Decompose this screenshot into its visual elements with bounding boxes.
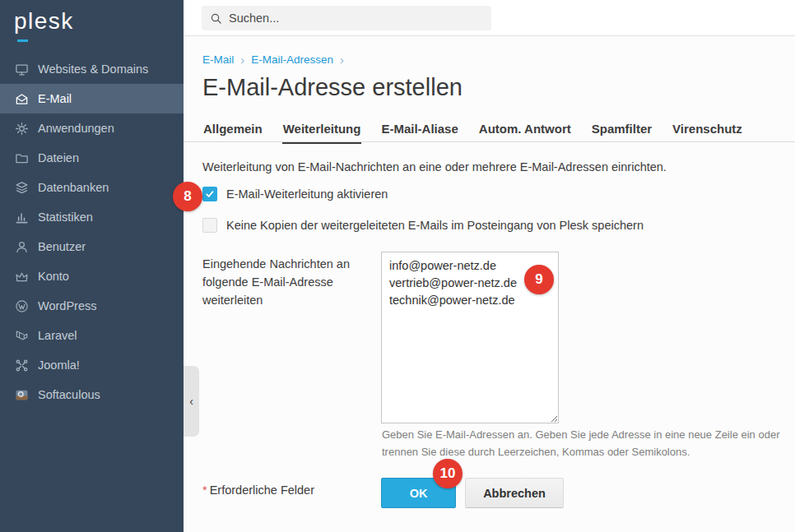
forwarding-description: Weiterleitung von E-Mail-Nachrichten an … bbox=[202, 160, 667, 173]
tab-bar-divider bbox=[184, 141, 795, 142]
crown-icon bbox=[14, 269, 29, 284]
laravel-icon bbox=[14, 328, 29, 343]
sidebar-collapse-handle[interactable]: ‹ bbox=[184, 366, 199, 437]
sidebar-item-dateien[interactable]: Dateien bbox=[0, 143, 184, 173]
breadcrumb: E-Mail › E-Mail-Adressen › bbox=[202, 53, 344, 67]
chevron-separator-icon: › bbox=[340, 53, 344, 67]
enable-forwarding-label[interactable]: E-Mail-Weiterleitung aktivieren bbox=[226, 187, 388, 201]
folder-icon bbox=[14, 150, 29, 165]
plesk-logo: plesk bbox=[14, 8, 74, 35]
sidebar-item-email[interactable]: E-Mail bbox=[0, 84, 184, 113]
search-input[interactable] bbox=[229, 12, 483, 25]
monitor-icon bbox=[14, 62, 29, 76]
recipients-label-line: Eingehende Nachrichten an bbox=[202, 255, 350, 273]
no-copies-checkbox[interactable] bbox=[202, 218, 217, 233]
sidebar-item-label: Statistiken bbox=[38, 210, 93, 224]
annotation-badge-9: 9 bbox=[524, 265, 554, 294]
tab-autom-antwort[interactable]: Autom. Antwort bbox=[478, 122, 572, 144]
recipients-field-label: Eingehende Nachrichten an folgende E-Mai… bbox=[202, 255, 350, 309]
sidebar-item-label: Dateien bbox=[38, 151, 79, 164]
main-area: E-Mail › E-Mail-Adressen › E-Mail-Adress… bbox=[184, 0, 795, 532]
recipients-hint: Geben Sie E-Mail-Adressen an. Geben Sie … bbox=[382, 426, 779, 460]
sidebar-item-label: E-Mail bbox=[38, 92, 72, 105]
tab-allgemein[interactable]: Allgemein bbox=[202, 122, 263, 144]
sidebar-item-label: Anwendungen bbox=[38, 122, 114, 135]
layers-icon bbox=[14, 180, 29, 195]
chevron-separator-icon: › bbox=[240, 53, 244, 67]
sidebar-item-benutzer[interactable]: Benutzer bbox=[0, 232, 184, 261]
wordpress-icon bbox=[14, 298, 29, 313]
envelope-icon bbox=[14, 91, 29, 106]
joomla-icon bbox=[14, 358, 29, 372]
no-copies-checkbox-row: Keine Kopien der weitergeleiteten E-Mail… bbox=[202, 218, 644, 233]
sidebar-item-statistiken[interactable]: Statistiken bbox=[0, 202, 184, 232]
gear-icon bbox=[14, 121, 29, 136]
required-fields-note: *Erforderliche Felder bbox=[202, 483, 314, 497]
sidebar-item-datenbanken[interactable]: Datenbanken bbox=[0, 173, 184, 202]
tab-spamfilter[interactable]: Spamfilter bbox=[591, 122, 653, 144]
breadcrumb-link-email-adressen[interactable]: E-Mail-Adressen bbox=[251, 53, 333, 66]
sidebar-item-label: Joomla! bbox=[38, 359, 80, 372]
enable-forwarding-checkbox[interactable] bbox=[202, 187, 217, 201]
sidebar-item-laravel[interactable]: Laravel bbox=[0, 321, 184, 350]
user-icon bbox=[14, 239, 29, 254]
sidebar-nav: Websites & Domains E-Mail Anwendungen Da… bbox=[0, 54, 184, 409]
search-icon bbox=[210, 12, 222, 25]
no-copies-label[interactable]: Keine Kopien der weitergeleiteten E-Mail… bbox=[226, 219, 644, 232]
recipients-hint-line: trennen Sie diese durch Leerzeichen, Kom… bbox=[382, 443, 779, 460]
sidebar-item-joomla[interactable]: Joomla! bbox=[0, 350, 184, 380]
sidebar-item-anwendungen[interactable]: Anwendungen bbox=[0, 113, 184, 143]
bar-chart-icon bbox=[14, 210, 29, 224]
breadcrumb-link-email[interactable]: E-Mail bbox=[202, 53, 234, 66]
tab-weiterleitung[interactable]: Weiterleitung bbox=[282, 122, 362, 144]
sidebar-item-konto[interactable]: Konto bbox=[0, 261, 184, 291]
cancel-button[interactable]: Abbrechen bbox=[465, 478, 564, 508]
softaculous-icon bbox=[14, 387, 29, 402]
required-note-text: Erforderliche Felder bbox=[210, 483, 314, 497]
recipients-label-line: weiterleiten bbox=[202, 291, 350, 309]
tab-email-aliase[interactable]: E-Mail-Aliase bbox=[380, 122, 458, 144]
sidebar: plesk Websites & Domains E-Mail Anwendun… bbox=[0, 0, 184, 532]
sidebar-item-label: Websites & Domains bbox=[38, 62, 148, 76]
sidebar-item-label: Konto bbox=[38, 270, 69, 283]
search-box[interactable] bbox=[202, 6, 491, 30]
annotation-badge-8: 8 bbox=[173, 182, 202, 211]
recipients-label-line: folgende E-Mail-Adresse bbox=[202, 273, 350, 291]
sidebar-item-label: Benutzer bbox=[38, 240, 86, 253]
sidebar-item-softaculous[interactable]: Softaculous bbox=[0, 380, 184, 409]
plesk-logo-accent bbox=[17, 39, 28, 42]
tab-virenschutz[interactable]: Virenschutz bbox=[672, 122, 743, 144]
required-asterisk: * bbox=[202, 483, 207, 497]
sidebar-item-label: Datenbanken bbox=[38, 181, 109, 194]
tab-bar: Allgemein Weiterleitung E-Mail-Aliase Au… bbox=[202, 122, 743, 144]
recipients-hint-line: Geben Sie E-Mail-Adressen an. Geben Sie … bbox=[382, 426, 779, 443]
checkmark-icon bbox=[205, 189, 215, 199]
plesk-app-window: plesk Websites & Domains E-Mail Anwendun… bbox=[0, 0, 795, 532]
sidebar-item-websites-domains[interactable]: Websites & Domains bbox=[0, 54, 184, 84]
sidebar-item-label: Softaculous bbox=[38, 388, 100, 401]
chevron-left-icon: ‹ bbox=[189, 395, 193, 408]
sidebar-item-label: Laravel bbox=[38, 329, 77, 342]
sidebar-item-label: WordPress bbox=[38, 299, 96, 312]
topbar bbox=[184, 0, 795, 36]
page-title: E-Mail-Adresse erstellen bbox=[202, 74, 463, 101]
forwarding-checkbox-row: E-Mail-Weiterleitung aktivieren bbox=[202, 187, 388, 201]
annotation-badge-10: 10 bbox=[433, 459, 463, 488]
sidebar-item-wordpress[interactable]: WordPress bbox=[0, 291, 184, 321]
